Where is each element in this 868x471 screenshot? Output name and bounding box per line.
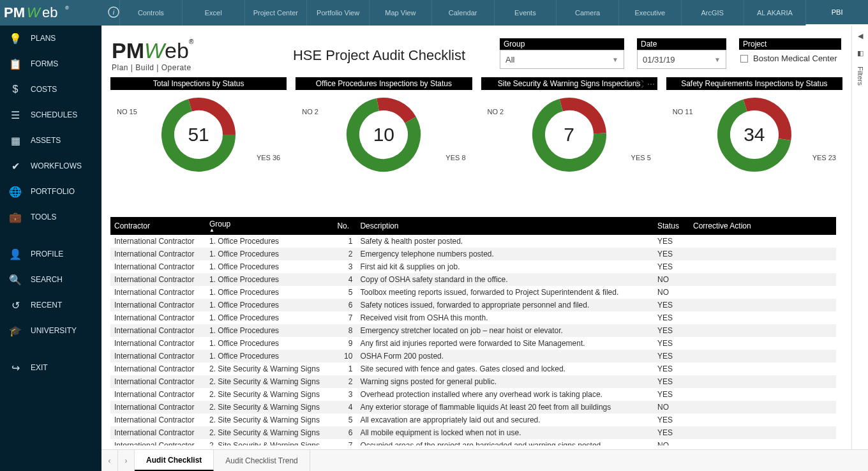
- table-row[interactable]: International Contractor2. Site Security…: [110, 388, 836, 401]
- top-nav-tab[interactable]: PBI: [805, 0, 868, 26]
- table-row[interactable]: International Contractor2. Site Security…: [110, 375, 836, 388]
- table-header[interactable]: No.: [333, 217, 356, 235]
- table-cell: 2. Site Security & Warning Signs: [206, 388, 333, 401]
- page-tab[interactable]: Audit Checklist: [135, 450, 214, 471]
- sidebar-item[interactable]: ☰SCHEDULES: [0, 102, 101, 128]
- table-row[interactable]: International Contractor2. Site Security…: [110, 426, 836, 439]
- top-nav-tab[interactable]: Project Center: [244, 0, 307, 26]
- top-nav-tab[interactable]: Calendar: [431, 0, 494, 26]
- filters-rail[interactable]: ◀ ◧ Filters: [851, 26, 868, 449]
- table-row[interactable]: International Contractor1. Office Proced…: [110, 350, 836, 363]
- table-cell: 1. Office Procedures: [206, 260, 333, 273]
- top-nav-tab[interactable]: AL AKARIA: [744, 0, 806, 26]
- top-nav-tab[interactable]: Executive: [618, 0, 681, 26]
- table-cell: NO: [654, 273, 689, 286]
- info-icon[interactable]: i: [108, 6, 119, 19]
- top-nav-tab[interactable]: Events: [494, 0, 557, 26]
- table-cell: 9: [333, 337, 356, 350]
- table-row[interactable]: International Contractor2. Site Security…: [110, 363, 836, 375]
- table-cell: 7: [333, 439, 356, 445]
- table-cell: Received visit from OSHA this month.: [356, 311, 654, 324]
- top-nav-tab[interactable]: Map View: [369, 0, 431, 26]
- sidebar-item[interactable]: ↺RECENT: [0, 292, 101, 318]
- donut-body: 51NO 15YES 36: [110, 90, 287, 179]
- slicer-date-dropdown[interactable]: 01/31/19 ▼: [637, 50, 726, 69]
- checklist-table-scroll[interactable]: ContractorGroup▲No.DescriptionStatusCorr…: [110, 217, 836, 445]
- sidebar-label: UNIVERSITY: [31, 326, 77, 335]
- sidebar-item[interactable]: 👤PROFILE: [0, 241, 101, 267]
- slicer-group: Group All ▼: [500, 38, 624, 69]
- sidebar-item[interactable]: 🌐PORTFOLIO: [0, 179, 101, 204]
- table-row[interactable]: International Contractor1. Office Proced…: [110, 235, 836, 248]
- sidebar-item[interactable]: ▦ASSETS: [0, 128, 101, 153]
- table-row[interactable]: International Contractor1. Office Proced…: [110, 337, 836, 350]
- table-cell: [689, 337, 836, 350]
- table-row[interactable]: International Contractor2. Site Security…: [110, 401, 836, 414]
- table-cell: 1. Office Procedures: [206, 324, 333, 337]
- table-header[interactable]: Description: [356, 217, 654, 235]
- slicer-project-label: Project: [739, 38, 841, 50]
- table-cell: First aid kit & supplies on job.: [356, 260, 654, 273]
- table-row[interactable]: International Contractor1. Office Proced…: [110, 260, 836, 273]
- sidebar-item[interactable]: 📋FORMS: [0, 51, 101, 77]
- filter-icon[interactable]: ▽: [626, 80, 632, 89]
- page-tab[interactable]: Audit Checklist Trend: [214, 450, 310, 471]
- table-row[interactable]: International Contractor1. Office Proced…: [110, 286, 836, 299]
- donut-card[interactable]: Total Inspections by Status51NO 15YES 36: [110, 77, 287, 179]
- bookmark-icon[interactable]: ◧: [857, 49, 864, 57]
- top-nav-tab[interactable]: Controls: [119, 0, 182, 26]
- sidebar-item[interactable]: ✔WORKFLOWS: [0, 153, 101, 179]
- table-cell: Occupied areas of the project are barric…: [356, 439, 654, 445]
- table-row[interactable]: International Contractor2. Site Security…: [110, 414, 836, 426]
- sidebar-icon: 🔍: [9, 274, 22, 286]
- table-cell: [689, 248, 836, 260]
- top-nav-tab[interactable]: Excel: [182, 0, 244, 26]
- brand-logo: PMWeb® Plan | Build | Operate: [112, 38, 258, 72]
- table-row[interactable]: International Contractor1. Office Proced…: [110, 273, 836, 286]
- donut-card[interactable]: Site Security & Warning Signs Inspection…: [481, 77, 657, 179]
- tab-next-button[interactable]: ›: [118, 450, 135, 471]
- top-nav-tab[interactable]: Camera: [556, 0, 618, 26]
- focus-icon[interactable]: ⛶: [636, 80, 643, 89]
- table-cell: [689, 363, 836, 375]
- table-row[interactable]: International Contractor1. Office Proced…: [110, 324, 836, 337]
- collapse-icon[interactable]: ◀: [858, 32, 863, 40]
- table-row[interactable]: International Contractor1. Office Proced…: [110, 248, 836, 260]
- table-header[interactable]: Status: [654, 217, 689, 235]
- sidebar-label: WORKFLOWS: [31, 161, 82, 170]
- donut-card[interactable]: Safety Requirements Inspections by Statu…: [666, 77, 842, 179]
- table-row[interactable]: International Contractor1. Office Proced…: [110, 311, 836, 324]
- table-row[interactable]: International Contractor1. Office Proced…: [110, 299, 836, 311]
- sidebar-item[interactable]: 💼TOOLS: [0, 204, 101, 230]
- table-cell: 5: [333, 286, 356, 299]
- tab-prev-button[interactable]: ‹: [101, 450, 118, 471]
- table-cell: International Contractor: [110, 324, 206, 337]
- sidebar-item[interactable]: 🎓UNIVERSITY: [0, 318, 101, 343]
- table-cell: [689, 401, 836, 414]
- top-nav-tab[interactable]: ArcGIS: [681, 0, 744, 26]
- donut-card[interactable]: Office Procedures Inspections by Status1…: [296, 77, 472, 179]
- slicer-group-dropdown[interactable]: All ▼: [500, 50, 624, 69]
- svg-text:®: ®: [65, 5, 69, 11]
- donut-total: 51: [188, 124, 209, 146]
- table-header[interactable]: Group▲: [206, 217, 333, 235]
- table-row[interactable]: International Contractor2. Site Security…: [110, 439, 836, 445]
- sidebar-item[interactable]: 💡PLANS: [0, 26, 101, 51]
- table-cell: 3: [333, 388, 356, 401]
- table-header[interactable]: Contractor: [110, 217, 206, 235]
- top-nav-tab[interactable]: Portfolio View: [306, 0, 369, 26]
- sidebar-item[interactable]: $COSTS: [0, 77, 101, 102]
- table-cell: YES: [654, 426, 689, 439]
- slicer-project-option[interactable]: Boston Medical Center: [739, 50, 841, 67]
- donut-body: 10NO 2YES 8: [296, 90, 472, 179]
- table-cell: Overhead protection installed where any …: [356, 388, 654, 401]
- table-cell: [689, 375, 836, 388]
- table-cell: YES: [654, 375, 689, 388]
- table-cell: Safety notices issued, forwarded to appr…: [356, 299, 654, 311]
- sidebar-item[interactable]: 🔍SEARCH: [0, 267, 101, 292]
- table-header[interactable]: Corrective Action: [689, 217, 836, 235]
- donut-title: Total Inspections by Status: [110, 77, 287, 90]
- sidebar-item[interactable]: ↪EXIT: [0, 355, 101, 380]
- more-icon[interactable]: ⋯: [647, 80, 655, 89]
- sidebar-label: PORTFOLIO: [31, 187, 75, 196]
